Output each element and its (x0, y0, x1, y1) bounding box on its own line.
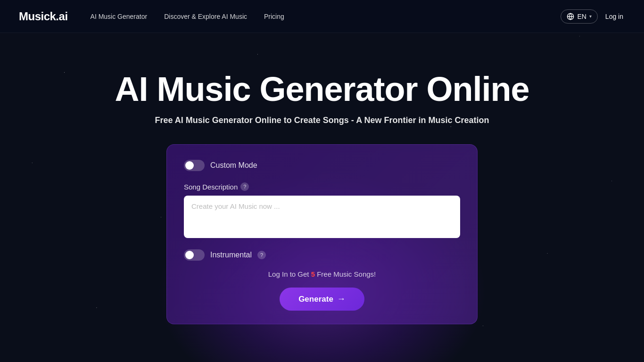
arrow-right-icon: → (337, 294, 346, 304)
nav-link-pricing[interactable]: Pricing (264, 13, 284, 20)
instrumental-label: Instrumental (210, 251, 252, 259)
chevron-down-icon: ▾ (589, 14, 592, 19)
language-selector[interactable]: EN ▾ (561, 9, 597, 24)
nav-links: AI Music GeneratorDiscover & Explore AI … (91, 13, 284, 20)
instrumental-row: Instrumental ? (184, 249, 460, 261)
song-description-label-row: Song Description ? (184, 182, 460, 191)
globe-icon (567, 13, 574, 20)
hero-title: AI Music Generator Online (115, 71, 529, 108)
generate-button-label: Generate (298, 295, 333, 304)
song-description-label: Song Description (184, 183, 238, 191)
hero-subtitle: Free AI Music Generator Online to Create… (155, 115, 489, 125)
instrumental-help-icon[interactable]: ? (257, 251, 266, 259)
nav-link-discover-explore[interactable]: Discover & Explore AI Music (164, 13, 247, 20)
song-description-input[interactable] (184, 196, 460, 238)
logo[interactable]: Musick.ai (19, 10, 68, 23)
login-prompt-post: Free Music Songs! (315, 270, 376, 278)
custom-mode-row: Custom Mode (184, 160, 460, 171)
song-description-help-icon[interactable]: ? (240, 182, 249, 191)
free-count: 5 (311, 270, 315, 278)
nav-link-ai-music-generator[interactable]: AI Music Generator (91, 13, 148, 20)
main-content: AI Music Generator Online Free AI Music … (0, 33, 644, 324)
generate-button[interactable]: Generate → (280, 288, 364, 311)
navbar: Musick.ai AI Music GeneratorDiscover & E… (0, 0, 644, 33)
login-button[interactable]: Log in (603, 10, 625, 23)
instrumental-toggle[interactable] (184, 249, 205, 261)
custom-mode-toggle[interactable] (184, 160, 205, 171)
login-prompt-pre: Log In to Get (268, 270, 311, 278)
nav-left: Musick.ai AI Music GeneratorDiscover & E… (19, 10, 284, 23)
custom-mode-label: Custom Mode (210, 161, 257, 170)
nav-right: EN ▾ Log in (561, 9, 625, 24)
generator-card: Custom Mode Song Description ? Instrumen… (166, 144, 478, 324)
lang-label: EN (577, 13, 586, 20)
login-prompt: Log In to Get 5 Free Music Songs! (184, 270, 460, 278)
